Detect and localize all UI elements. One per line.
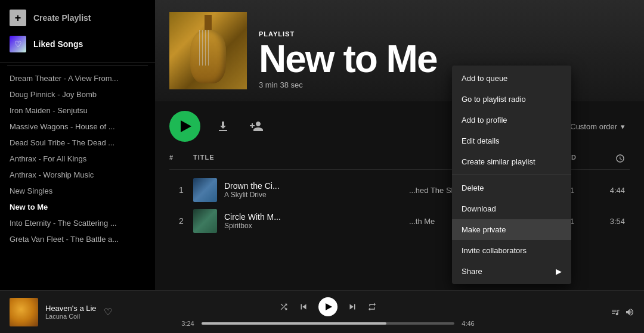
context-playlist-radio[interactable]: Go to playlist radio [452,89,571,110]
col-clock-icon [600,154,630,164]
player-play-button[interactable] [318,297,338,316]
sidebar-item-p6[interactable]: Anthrax - For All Kings [0,151,155,167]
playlist-cover [169,12,247,89]
col-num: # [169,154,193,164]
track-artist: A Skylit Drive [224,191,280,199]
track-thumbnail [193,209,217,233]
sidebar-item-p5[interactable]: Dead Soul Tribe - The Dead ... [0,135,155,151]
playlist-title: New to Me [259,40,436,78]
main-content: PLAYLIST New to Me 3 min 38 sec [155,0,644,290]
track-duration: 3:54 [600,217,630,226]
track-thumbnail [193,178,217,202]
now-playing-info: Heaven's a Lie Lacuna Coil [45,304,97,320]
context-delete[interactable]: Delete [452,178,571,198]
total-time: 4:46 [459,320,477,327]
create-playlist-button[interactable]: + Create Playlist [7,5,148,31]
like-button[interactable]: ♡ [104,306,112,318]
sidebar: + Create Playlist ♡ Liked Songs Dream Th… [0,0,155,290]
skip-previous-button[interactable] [298,301,309,312]
player-right [515,307,634,317]
context-invite-collaborators[interactable]: Invite collaborators [452,240,571,261]
playlist-play-button[interactable] [169,111,200,142]
context-add-profile[interactable]: Add to profile [452,110,571,130]
player-play-icon [326,303,332,310]
sidebar-item-p1[interactable]: Dream Theater - A View From... [0,70,155,86]
now-playing-thumbnail [10,298,38,326]
guitar-strings [199,30,217,66]
current-time: 3:24 [179,320,197,327]
context-make-private[interactable]: Make private [452,219,571,240]
sidebar-item-p4[interactable]: Massive Wagons - House of ... [0,119,155,135]
liked-songs-icon: ♡ [10,36,26,52]
track-name: Circle With M... [224,212,281,222]
sidebar-divider [7,65,148,66]
now-playing-title: Heaven's a Lie [45,304,97,313]
queue-button[interactable] [611,307,620,317]
liked-songs-label: Liked Songs [33,39,83,49]
track-info: Drown the Ci... A Skylit Drive [193,178,409,202]
sidebar-item-p7[interactable]: Anthrax - Worship Music [0,167,155,183]
now-playing-artist: Lacuna Coil [45,313,97,320]
now-playing: Heaven's a Lie Lacuna Coil ♡ [10,298,141,326]
context-download[interactable]: Download [452,198,571,219]
context-menu-divider [452,175,571,175]
create-playlist-label: Create Playlist [33,13,91,23]
share-label: Share [462,267,482,276]
sidebar-item-p8[interactable]: New Singles [0,183,155,199]
track-info: Circle With M... Spiritbox [193,209,409,233]
playlist-info: PLAYLIST New to Me 3 min 38 sec [259,30,436,89]
custom-order-label: Custom order [570,122,617,131]
guitar-string [208,30,209,66]
context-add-queue[interactable]: Add to queue [452,68,571,89]
playlist-meta: 3 min 38 sec [259,80,436,89]
track-details: Circle With M... Spiritbox [224,212,281,230]
sidebar-item-p11[interactable]: Greta Van Fleet - The Battle a... [0,231,155,247]
track-name: Drown the Ci... [224,181,280,191]
progress-fill [202,322,386,325]
add-user-button[interactable] [246,116,267,137]
guitar-string [205,30,206,66]
create-playlist-icon: + [10,10,26,26]
player-controls [279,297,377,316]
sidebar-playlists: Dream Theater - A View From... Doug Pinn… [0,68,155,290]
liked-songs-button[interactable]: ♡ Liked Songs [7,31,148,57]
add-user-icon [249,119,264,133]
chevron-down-icon: ▾ [621,122,625,131]
play-icon [181,120,191,132]
context-share[interactable]: Share ▶ [452,261,571,282]
volume-button[interactable] [625,307,634,317]
track-artist: Spiritbox [224,222,281,230]
download-button[interactable] [212,116,234,137]
sidebar-top: + Create Playlist ♡ Liked Songs [0,0,155,63]
download-icon [216,119,230,133]
track-number: 1 [169,185,193,195]
guitar-string [202,30,203,66]
progress-bar-container: 3:24 4:46 [179,320,477,327]
track-number: 2 [169,216,193,226]
main-layout: + Create Playlist ♡ Liked Songs Dream Th… [0,0,644,290]
sidebar-item-p9[interactable]: New to Me [0,199,155,215]
custom-order-button[interactable]: Custom order ▾ [565,120,630,133]
repeat-button[interactable] [367,302,377,312]
skip-previous-icon [298,301,309,312]
playlist-type-label: PLAYLIST [259,30,436,38]
shuffle-icon [279,302,289,312]
progress-bar[interactable] [202,322,454,325]
track-details: Drown the Ci... A Skylit Drive [224,181,280,199]
skip-next-button[interactable] [347,301,358,312]
context-edit-details[interactable]: Edit details [452,130,571,151]
share-arrow-icon: ▶ [556,267,562,276]
sidebar-item-p3[interactable]: Iron Maiden - Senjutsu [0,102,155,119]
player-bar: Heaven's a Lie Lacuna Coil ♡ 3:24 [0,290,644,333]
guitar-image [169,12,247,89]
sidebar-item-p2[interactable]: Doug Pinnick - Joy Bomb [0,86,155,102]
sidebar-item-p10[interactable]: Into Eternity - The Scattering ... [0,215,155,231]
track-duration: 4:44 [600,186,630,195]
context-menu: Add to queue Go to playlist radio Add to… [452,66,571,284]
shuffle-button[interactable] [279,302,289,312]
repeat-icon [367,302,377,312]
context-create-similar[interactable]: Create similar playlist [452,151,571,172]
volume-icon [625,307,634,317]
player-center: 3:24 4:46 [148,297,508,327]
skip-next-icon [347,301,358,312]
